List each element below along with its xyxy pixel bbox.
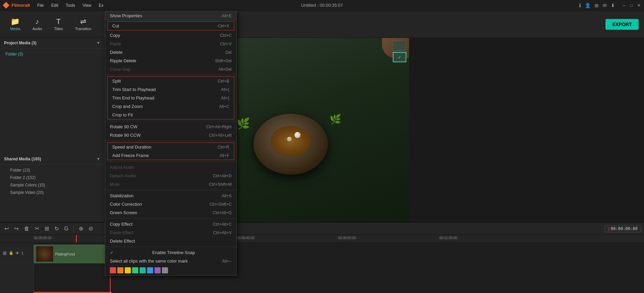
rotate-button[interactable]: ↻	[53, 224, 61, 233]
rotate-cw-shortcut: Ctrl+Alt+Right	[206, 125, 232, 129]
menu-item-color-correction[interactable]: Color Correction Ctrl+Shift+C	[105, 200, 236, 208]
cut-clip-button[interactable]: ✂	[33, 224, 41, 233]
app-name: Filmora9	[11, 3, 30, 8]
menu-ex[interactable]: Ex	[95, 2, 107, 9]
swatch-blue[interactable]	[147, 267, 153, 273]
window-controls: ─ □ ✕	[622, 3, 641, 8]
swatch-yellow[interactable]	[125, 267, 131, 273]
swatch-gray[interactable]	[162, 267, 168, 273]
track-eye-icon[interactable]: 👁	[16, 251, 19, 255]
download-icon[interactable]: ⬇	[611, 3, 615, 8]
close-button[interactable]: ✕	[637, 3, 641, 8]
titles-label: Titles	[54, 27, 63, 31]
audio-icon: ♪	[35, 18, 39, 25]
crop-button[interactable]: ⊞	[43, 224, 51, 233]
tc-60: 00:01:00:00	[439, 236, 457, 240]
swatch-orange[interactable]	[117, 267, 123, 273]
menu-item-freeze-frame[interactable]: Add Freeze Frame Alt+F	[108, 151, 234, 160]
timecode-display: | 00:00:00:00	[604, 225, 641, 232]
swatch-purple[interactable]	[154, 267, 161, 273]
media-icon: 📁	[10, 18, 20, 25]
menu-item-stabilization[interactable]: Stabilization Alt+S	[105, 191, 236, 200]
delete-clip-button[interactable]: 🗑	[22, 225, 31, 233]
toolbar-transition[interactable]: ⇌ Transition	[70, 16, 96, 33]
shared-folder-1[interactable]: Folder (13)	[0, 166, 104, 174]
delete-shortcut: Del	[225, 50, 232, 55]
info-icon[interactable]: ℹ	[579, 3, 581, 8]
toolbar-titles[interactable]: T Titles	[49, 16, 68, 33]
swatch-teal[interactable]	[140, 267, 146, 273]
user-icon[interactable]: 👤	[585, 3, 591, 8]
divider-2	[105, 121, 236, 121]
more-button[interactable]: G	[63, 225, 70, 233]
shared-sample-colors[interactable]: Sample Colors (15)	[0, 181, 104, 189]
maximize-button[interactable]: □	[629, 3, 634, 8]
track-lock-icon[interactable]: 🔒	[9, 251, 14, 255]
add-track-button[interactable]: ⊕	[77, 224, 85, 233]
swatch-green[interactable]	[132, 267, 138, 273]
redo-button[interactable]: ↪	[13, 224, 20, 233]
copy-effect-shortcut: Ctrl+Alt+C	[213, 222, 232, 227]
menu-item-speed-duration[interactable]: Speed and Duration Ctrl+R	[108, 143, 234, 151]
minimize-button[interactable]: ─	[622, 3, 626, 8]
menu-item-mute[interactable]: Mute Ctrl+Shift+M	[105, 180, 236, 188]
shared-sample-video[interactable]: Sample Video (20)	[0, 189, 104, 196]
menu-item-cut[interactable]: Cut Ctrl+X	[108, 22, 234, 30]
tl-divider-1	[73, 225, 74, 232]
menu-item-trim-end[interactable]: Trim End to Playhead Alt+]	[108, 94, 234, 102]
rotate-cw-label: Rotate 90 CW	[110, 124, 138, 129]
shared-media-title: Shared Media (165)	[4, 157, 41, 161]
undo-button[interactable]: ↩	[3, 224, 10, 233]
delete-label: Delete	[110, 50, 123, 55]
toolbar-media[interactable]: 📁 Media	[5, 16, 25, 33]
menu-item-green-screen[interactable]: Green Screen Ctrl+Alt+G	[105, 208, 236, 217]
track-icon: ⊞	[3, 250, 7, 256]
swatch-red[interactable]	[110, 267, 116, 273]
menu-item-timeline-snap[interactable]: ✓ Enable Timeline Snap	[105, 248, 236, 257]
menu-edit[interactable]: Edit	[48, 2, 62, 9]
menu-item-crop-zoom[interactable]: Crop and Zoom Alt+C	[108, 102, 234, 111]
thumb-2[interactable]: ✓	[393, 52, 406, 62]
audio-label: Audio	[32, 27, 42, 31]
menu-item-delete[interactable]: Delete Del	[105, 48, 236, 57]
mail-icon[interactable]: ✉	[603, 3, 607, 8]
menu-view[interactable]: View	[79, 2, 95, 9]
menu-tools[interactable]: Tools	[62, 2, 78, 9]
menu-item-rotate-ccw[interactable]: Rotate 90 CCW Ctrl+Alt+Left	[105, 131, 236, 139]
project-media-arrow[interactable]: ▼	[96, 41, 100, 45]
menu-file[interactable]: File	[34, 2, 47, 9]
copy-effect-label: Copy Effect	[110, 222, 133, 227]
mute-label: Mute	[110, 182, 120, 187]
marker-button[interactable]: ⊘	[87, 224, 95, 233]
tc-0: 00:00:00:00	[34, 236, 52, 240]
menu-item-trim-start[interactable]: Trim Start to Playhead Alt+[	[108, 85, 234, 94]
menu-item-copy[interactable]: Copy Ctrl+C	[105, 31, 236, 40]
menu-item-detach-audio[interactable]: Detach Audio Ctrl+Alt+D	[105, 172, 236, 180]
grid-icon[interactable]: ⊞	[595, 3, 599, 8]
menu-item-ripple-delete[interactable]: Ripple Delete Shift+Del	[105, 57, 236, 65]
color-correction-label: Color Correction	[110, 202, 142, 207]
paste-shortcut: Ctrl+V	[220, 42, 232, 46]
detach-audio-shortcut: Ctrl+Alt+D	[213, 174, 232, 178]
menu-item-paste[interactable]: Paste Ctrl+V	[105, 40, 236, 48]
export-button[interactable]: EXPORT	[605, 19, 639, 30]
shared-folder-2[interactable]: Folder 2 (152)	[0, 174, 104, 181]
menu-item-select-color-mark[interactable]: Select all clips with the same color mar…	[105, 257, 236, 265]
menu-item-close-gap[interactable]: Close Gap Alt+Del	[105, 65, 236, 73]
menu-item-adjust-audio[interactable]: Adjust Audio	[105, 163, 236, 172]
folder-item[interactable]: Folder (3)	[0, 50, 104, 58]
thumb-1[interactable]	[393, 41, 406, 51]
menu-item-delete-effect[interactable]: Delete Effect	[105, 237, 236, 245]
menu-item-split[interactable]: Split Ctrl+B	[108, 77, 234, 85]
app-logo: Filmora9	[3, 2, 30, 9]
timeline-toolbar: ↩ ↪ 🗑 ✂ ⊞ ↻ G ⊕ ⊘ | 00:00:00:00	[0, 223, 644, 235]
menu-item-crop-fit[interactable]: Crop to Fit	[108, 111, 234, 119]
menu-item-paste-effect[interactable]: Paste Effect Ctrl+Alt+V	[105, 228, 236, 237]
close-gap-label: Close Gap	[110, 67, 130, 72]
toolbar-audio[interactable]: ♪ Audio	[28, 16, 47, 33]
menu-item-copy-effect[interactable]: Copy Effect Ctrl+Alt+C	[105, 220, 236, 228]
paste-effect-label: Paste Effect	[110, 230, 134, 235]
shared-media-arrow[interactable]: ▼	[96, 157, 100, 161]
menu-item-rotate-cw[interactable]: Rotate 90 CW Ctrl+Alt+Right	[105, 122, 236, 131]
trim-end-shortcut: Alt+]	[221, 96, 229, 100]
